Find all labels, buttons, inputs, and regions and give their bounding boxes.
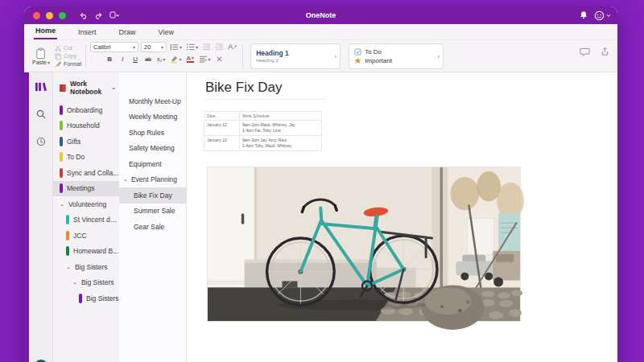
tab-home[interactable]: Home [34, 24, 57, 39]
italic-button[interactable]: I [118, 54, 128, 64]
copy-icon [55, 53, 61, 60]
chevron-down-icon: ▾ [208, 56, 211, 62]
section-color-tab [79, 294, 82, 303]
comments-icon[interactable] [580, 45, 590, 60]
table-cell-date[interactable]: January 12 [204, 121, 240, 136]
zoom-window-button[interactable] [59, 12, 66, 19]
section-group[interactable]: ⌄Big Sisters [53, 275, 119, 291]
chevron-down-icon: ▾ [47, 60, 50, 65]
page-item[interactable]: Shop Rules [119, 125, 186, 141]
redo-icon[interactable] [94, 11, 103, 20]
numbering-button[interactable]: ▾ [185, 42, 199, 52]
notifications-bell-icon[interactable] [580, 8, 588, 23]
onenote-window: OneNote Home Insert Draw View Paste▾ Cut… [24, 6, 617, 362]
table-header-schedule[interactable]: Work Schedule [240, 112, 322, 121]
quick-access-menu-icon[interactable] [109, 11, 119, 19]
bicycle-photo[interactable] [207, 167, 521, 322]
chevron-down-icon: ⌄ [60, 201, 64, 208]
highlighter-icon [170, 55, 179, 64]
recent-notes-clock-icon[interactable] [33, 134, 49, 150]
tag-important[interactable]: Important [354, 57, 392, 64]
section-color-tab [60, 183, 63, 193]
page-item-selected[interactable]: Bike Fix Day [119, 187, 186, 204]
paste-button[interactable]: Paste▾ [29, 47, 53, 65]
section-item[interactable]: To Do [53, 150, 119, 166]
style-heading2[interactable]: Heading 2 [256, 58, 278, 63]
highlight-button[interactable]: ▾ [169, 54, 183, 64]
section-group[interactable]: ⌄Big Sisters [53, 259, 119, 275]
clear-formatting-button[interactable] [214, 54, 225, 64]
section-color-tab [66, 231, 69, 241]
page-item[interactable]: Monthly Meet-Up [119, 93, 186, 109]
section-item[interactable]: Onboarding [53, 102, 119, 118]
section-item[interactable]: Gifts [53, 134, 119, 150]
chevron-down-icon: ▾ [192, 56, 194, 61]
chevron-down-icon: ▾ [196, 44, 198, 50]
tags-expand-icon[interactable]: › [437, 52, 440, 60]
chevron-down-icon: ⌄ [66, 264, 71, 270]
copy-button[interactable]: Copy [55, 53, 81, 60]
chevron-down-icon: ⌄ [123, 176, 128, 183]
chevron-down-icon: ▾ [163, 56, 165, 62]
page-item[interactable]: Safety Meeting [119, 141, 186, 157]
close-window-button[interactable] [33, 12, 40, 19]
table-header-date[interactable]: Date [204, 112, 240, 121]
indent-icon [215, 43, 224, 51]
page-item[interactable]: Gear Sale [119, 219, 186, 235]
notebooks-icon[interactable] [33, 79, 49, 95]
notebook-switcher[interactable]: Work Notebook ⌄ [53, 72, 119, 102]
table-cell-date[interactable]: January 13 [204, 136, 240, 151]
page-item[interactable]: Weekly Meeting [119, 109, 186, 125]
styles-expand-icon[interactable]: › [334, 52, 336, 60]
share-icon[interactable] [600, 45, 609, 60]
search-icon[interactable] [33, 106, 49, 122]
tab-insert[interactable]: Insert [76, 26, 98, 39]
section-item[interactable]: JCC [53, 228, 119, 244]
app-rail: JS [29, 72, 53, 362]
font-name-select[interactable]: Calibri▾ [90, 42, 138, 52]
font-color-button[interactable]: A▾ [185, 54, 196, 64]
table-cell-schedule[interactable]: 9am-2pm Jay, Amy, Raul 1-4pm Toby, Mack,… [240, 136, 322, 151]
page-title[interactable]: Bike Fix Day [205, 80, 282, 96]
section-item[interactable]: Household [53, 118, 119, 134]
table-row: January 13 9am-2pm Jay, Amy, Raul 1-4pm … [204, 136, 322, 151]
page-group[interactable]: ⌄Event Planning [119, 172, 186, 188]
title-bar: OneNote [24, 6, 617, 24]
account-avatar-icon[interactable] [594, 10, 611, 21]
font-size-select[interactable]: 20▾ [141, 42, 167, 52]
notebook-icon [59, 84, 67, 93]
section-item[interactable]: Homeward B... [53, 244, 119, 260]
increase-indent-button[interactable] [214, 42, 225, 52]
format-painter-button[interactable]: Format [55, 61, 81, 68]
section-item[interactable]: St Vincent de... [53, 212, 119, 228]
page-item[interactable]: Equipment [119, 156, 186, 172]
decrease-indent-button[interactable] [201, 42, 212, 52]
cut-button[interactable]: Cut [55, 45, 81, 51]
strikethrough-button[interactable]: ab [143, 54, 154, 64]
section-item[interactable]: Sync and Colla... [53, 165, 119, 181]
chevron-down-icon: ▾ [180, 56, 182, 62]
section-group[interactable]: ⌄Volunteering [53, 196, 119, 212]
paste-clipboard-icon [35, 47, 47, 60]
section-item-selected[interactable]: Meetings [53, 181, 119, 197]
page-canvas[interactable]: Bike Fix Day Date Work Schedule January … [187, 72, 617, 362]
minimize-window-button[interactable] [46, 12, 53, 19]
tab-view[interactable]: View [157, 26, 175, 39]
tab-draw[interactable]: Draw [118, 26, 138, 39]
subscript-button[interactable]: x₂▾ [156, 54, 167, 64]
page-item[interactable]: Summer Sale [119, 204, 186, 220]
styles-gallery[interactable]: Heading 1 Heading 2 › [250, 43, 341, 69]
paragraph-align-button[interactable]: ▾ [198, 54, 212, 64]
undo-icon[interactable] [79, 11, 88, 20]
chevron-down-icon: ⌄ [72, 279, 77, 286]
section-item[interactable]: Big Sisters [53, 290, 119, 306]
bold-button[interactable]: B [105, 54, 115, 64]
tag-todo[interactable]: To Do [354, 48, 382, 56]
section-color-tab [60, 121, 63, 130]
underline-button[interactable]: U [130, 54, 141, 64]
table-cell-schedule[interactable]: 9am-2pm Mack, Whitney, Jay 1-4pm Fai, To… [240, 121, 322, 136]
style-heading1[interactable]: Heading 1 [256, 49, 289, 57]
tags-gallery[interactable]: To Do Important › [349, 43, 444, 69]
bullets-button[interactable]: ▾ [169, 42, 183, 52]
styles-button[interactable]: A [227, 42, 238, 52]
